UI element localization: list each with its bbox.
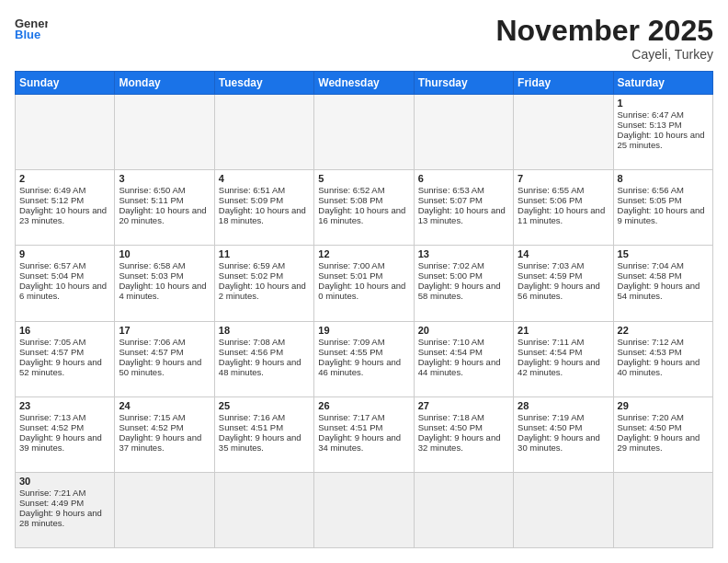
daylight-text: Daylight: 10 hours and 4 minutes. — [119, 281, 210, 301]
daylight-text: Daylight: 10 hours and 0 minutes. — [318, 281, 409, 301]
sunrise-text: Sunrise: 6:47 AM — [618, 109, 709, 120]
month-title: November 2025 — [495, 15, 713, 47]
sunrise-text: Sunrise: 6:56 AM — [618, 185, 709, 195]
daylight-text: Daylight: 9 hours and 28 minutes. — [19, 508, 110, 528]
sunrise-text: Sunrise: 7:15 AM — [119, 412, 210, 422]
sunset-text: Sunset: 4:59 PM — [518, 270, 609, 281]
page: General Blue November 2025 Cayeli, Turke… — [0, 0, 728, 563]
daylight-text: Daylight: 10 hours and 18 minutes. — [219, 205, 310, 225]
sunrise-text: Sunrise: 6:51 AM — [219, 185, 310, 195]
calendar-cell — [214, 472, 313, 547]
sunset-text: Sunset: 4:50 PM — [518, 422, 609, 432]
day-number: 14 — [518, 248, 609, 259]
sunrise-text: Sunrise: 6:53 AM — [418, 185, 509, 195]
calendar-cell: 22Sunrise: 7:12 AMSunset: 4:53 PMDayligh… — [613, 321, 712, 396]
calendar-cell: 8Sunrise: 6:56 AMSunset: 5:05 PMDaylight… — [613, 170, 712, 246]
day-header-thursday: Thursday — [414, 72, 513, 95]
day-number: 19 — [318, 325, 409, 336]
sunrise-text: Sunrise: 6:55 AM — [518, 185, 609, 195]
calendar-cell: 27Sunrise: 7:18 AMSunset: 4:50 PMDayligh… — [414, 396, 513, 472]
day-number: 5 — [318, 173, 409, 184]
sunset-text: Sunset: 5:13 PM — [618, 120, 709, 130]
calendar-cell: 4Sunrise: 6:51 AMSunset: 5:09 PMDaylight… — [214, 170, 313, 246]
sunrise-text: Sunrise: 7:10 AM — [418, 337, 509, 347]
daylight-text: Daylight: 10 hours and 6 minutes. — [19, 281, 110, 301]
calendar-cell — [514, 472, 613, 547]
calendar-cell: 28Sunrise: 7:19 AMSunset: 4:50 PMDayligh… — [514, 396, 613, 472]
calendar-cell — [115, 95, 214, 170]
calendar-cell: 16Sunrise: 7:05 AMSunset: 4:57 PMDayligh… — [16, 321, 115, 396]
calendar-cell: 12Sunrise: 7:00 AMSunset: 5:01 PMDayligh… — [314, 246, 414, 321]
sunset-text: Sunset: 5:09 PM — [219, 195, 310, 205]
sunset-text: Sunset: 4:52 PM — [19, 422, 110, 432]
daylight-text: Daylight: 10 hours and 16 minutes. — [318, 205, 409, 225]
sunset-text: Sunset: 4:55 PM — [318, 347, 409, 357]
daylight-text: Daylight: 10 hours and 11 minutes. — [518, 205, 609, 225]
day-header-saturday: Saturday — [613, 72, 712, 95]
day-number: 25 — [219, 400, 310, 411]
day-number: 6 — [418, 173, 509, 184]
sunrise-text: Sunrise: 7:17 AM — [318, 412, 409, 422]
calendar-cell: 19Sunrise: 7:09 AMSunset: 4:55 PMDayligh… — [314, 321, 414, 396]
sunset-text: Sunset: 4:57 PM — [119, 347, 210, 357]
location: Cayeli, Turkey — [495, 47, 713, 62]
day-number: 1 — [618, 98, 709, 109]
calendar-cell — [613, 472, 712, 547]
sunrise-text: Sunrise: 6:59 AM — [219, 260, 310, 270]
daylight-text: Daylight: 9 hours and 48 minutes. — [219, 357, 310, 377]
sunset-text: Sunset: 5:03 PM — [119, 270, 210, 281]
sunrise-text: Sunrise: 7:08 AM — [219, 337, 310, 347]
sunrise-text: Sunrise: 7:03 AM — [518, 260, 609, 270]
sunrise-text: Sunrise: 7:13 AM — [19, 412, 110, 422]
title-block: November 2025 Cayeli, Turkey — [495, 15, 713, 62]
daylight-text: Daylight: 9 hours and 39 minutes. — [19, 432, 110, 453]
calendar-cell — [514, 95, 613, 170]
sunset-text: Sunset: 4:49 PM — [19, 498, 110, 508]
sunrise-text: Sunrise: 7:06 AM — [119, 337, 210, 347]
calendar-cell: 7Sunrise: 6:55 AMSunset: 5:06 PMDaylight… — [514, 170, 613, 246]
sunrise-text: Sunrise: 7:16 AM — [219, 412, 310, 422]
day-header-sunday: Sunday — [16, 72, 115, 95]
header: General Blue November 2025 Cayeli, Turke… — [15, 15, 713, 62]
day-number: 17 — [119, 325, 210, 336]
day-number: 10 — [119, 248, 210, 259]
day-number: 9 — [19, 248, 110, 259]
sunset-text: Sunset: 4:56 PM — [219, 347, 310, 357]
calendar-week-6: 30Sunrise: 7:21 AMSunset: 4:49 PMDayligh… — [16, 472, 713, 547]
daylight-text: Daylight: 9 hours and 54 minutes. — [618, 281, 709, 301]
calendar-week-4: 16Sunrise: 7:05 AMSunset: 4:57 PMDayligh… — [16, 321, 713, 396]
daylight-text: Daylight: 9 hours and 44 minutes. — [418, 357, 509, 377]
calendar-cell: 18Sunrise: 7:08 AMSunset: 4:56 PMDayligh… — [214, 321, 313, 396]
day-header-monday: Monday — [115, 72, 214, 95]
day-number: 26 — [318, 400, 409, 411]
calendar-table: SundayMondayTuesdayWednesdayThursdayFrid… — [15, 71, 713, 548]
sunset-text: Sunset: 4:57 PM — [19, 347, 110, 357]
sunset-text: Sunset: 5:00 PM — [418, 270, 509, 281]
calendar-cell: 21Sunrise: 7:11 AMSunset: 4:54 PMDayligh… — [514, 321, 613, 396]
sunset-text: Sunset: 4:51 PM — [219, 422, 310, 432]
calendar-week-5: 23Sunrise: 7:13 AMSunset: 4:52 PMDayligh… — [16, 396, 713, 472]
calendar-cell: 11Sunrise: 6:59 AMSunset: 5:02 PMDayligh… — [214, 246, 313, 321]
sunrise-text: Sunrise: 7:12 AM — [618, 337, 709, 347]
sunrise-text: Sunrise: 6:50 AM — [119, 185, 210, 195]
sunset-text: Sunset: 5:02 PM — [219, 270, 310, 281]
calendar-cell: 5Sunrise: 6:52 AMSunset: 5:08 PMDaylight… — [314, 170, 414, 246]
day-number: 7 — [518, 173, 609, 184]
svg-text:Blue: Blue — [15, 28, 40, 40]
calendar-cell: 1Sunrise: 6:47 AMSunset: 5:13 PMDaylight… — [613, 95, 712, 170]
day-number: 3 — [119, 173, 210, 184]
calendar-cell — [414, 95, 513, 170]
day-header-wednesday: Wednesday — [314, 72, 414, 95]
calendar-cell — [414, 472, 513, 547]
calendar-cell: 17Sunrise: 7:06 AMSunset: 4:57 PMDayligh… — [115, 321, 214, 396]
calendar-cell — [214, 95, 313, 170]
sunset-text: Sunset: 4:58 PM — [618, 270, 709, 281]
calendar-cell: 23Sunrise: 7:13 AMSunset: 4:52 PMDayligh… — [16, 396, 115, 472]
daylight-text: Daylight: 9 hours and 50 minutes. — [119, 357, 210, 377]
day-header-tuesday: Tuesday — [214, 72, 313, 95]
day-number: 12 — [318, 248, 409, 259]
sunset-text: Sunset: 5:07 PM — [418, 195, 509, 205]
daylight-text: Daylight: 9 hours and 40 minutes. — [618, 357, 709, 377]
calendar-week-1: 1Sunrise: 6:47 AMSunset: 5:13 PMDaylight… — [16, 95, 713, 170]
daylight-text: Daylight: 9 hours and 42 minutes. — [518, 357, 609, 377]
